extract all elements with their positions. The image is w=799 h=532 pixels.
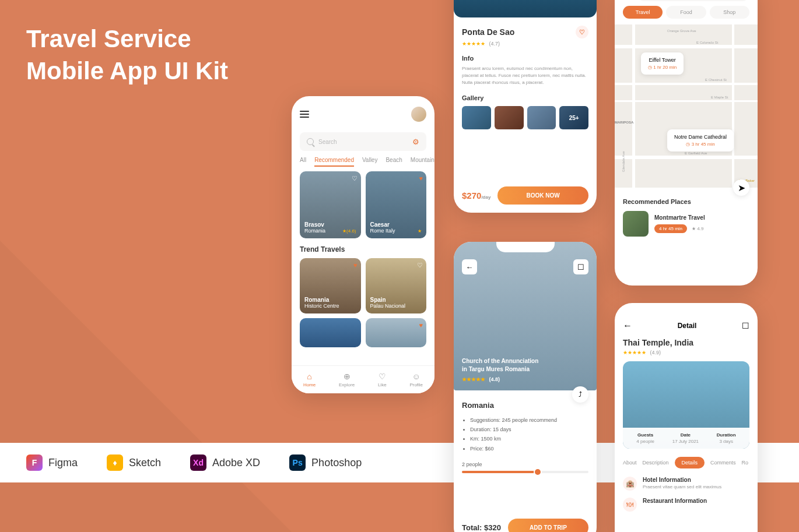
rating-stars: ★★★★★ (4.9): [623, 350, 749, 355]
destination-card[interactable]: ♡ BrasovRomania ★(4.6): [300, 171, 361, 238]
back-icon[interactable]: ←: [623, 320, 632, 331]
place-image: Guests4 people Date17 July 2021 Duration…: [623, 361, 749, 449]
detail-tabs: About Description Details Comments Ro: [623, 457, 749, 468]
total-label: Total: $320: [462, 523, 501, 532]
compass-icon: ⊕: [344, 372, 351, 381]
tab-about[interactable]: About: [623, 460, 637, 466]
recommendation-card[interactable]: Montmartre Travel 4 hr 45 min ★ 4.9: [623, 211, 749, 237]
section-title: Recommended Places: [623, 198, 749, 205]
share-button[interactable]: ⤴: [572, 386, 588, 403]
map-poi[interactable]: Notre Dame Cathedral ◷ 3 hr 45 min: [667, 129, 734, 152]
avatar[interactable]: [411, 107, 426, 122]
figma-icon: F: [26, 455, 43, 471]
menu-icon[interactable]: [300, 111, 309, 118]
hero-image: [454, 0, 597, 17]
place-title: Thai Temple, India: [623, 338, 749, 347]
search-icon: [307, 138, 314, 145]
hero-image: ← ☐ Church of the Annunciation in Targu …: [454, 242, 597, 390]
category-pill-travel[interactable]: Travel: [623, 6, 663, 19]
country-label: Romania: [462, 401, 588, 410]
info-text: Praesent arcu lorem, euismod nec condime…: [462, 65, 588, 86]
clock-icon: ◷ 3 hr 45 min: [674, 142, 727, 147]
rating-badge: ★: [418, 228, 422, 234]
bookmark-icon[interactable]: ☐: [742, 321, 749, 330]
heart-icon[interactable]: ♥: [419, 175, 423, 182]
heart-icon: ♡: [379, 372, 386, 381]
hero-title: Church of the Annunciation in Targu Mure…: [462, 357, 538, 383]
tab-beach[interactable]: Beach: [386, 157, 402, 167]
phone-booking-detail: ← Detail ☐ Thai Temple, India ★★★★★ (4.9…: [615, 303, 758, 532]
tool-ps: PsPhotoshop: [289, 455, 362, 471]
people-slider[interactable]: 2 people: [462, 461, 588, 473]
add-trip-button[interactable]: ADD TO TRIP: [508, 519, 588, 532]
tool-sketch: ♦Sketch: [107, 455, 161, 471]
trend-card[interactable]: ♥: [366, 318, 427, 347]
bookmark-button[interactable]: ☐: [573, 259, 588, 274]
section-title: Trend Travels: [292, 238, 434, 258]
heart-icon[interactable]: ♥: [419, 322, 423, 329]
phone-trip: ← ☐ Church of the Annunciation in Targu …: [454, 242, 597, 532]
tab-more[interactable]: Ro: [742, 460, 749, 466]
restaurant-icon: 🍽: [623, 498, 637, 512]
nav-profile[interactable]: ☺Profile: [409, 372, 423, 387]
page-title: Travel Service Mobile App UI Kit: [26, 23, 228, 87]
tab-recommended[interactable]: Recommended: [314, 157, 354, 167]
rating-stars: ★★★★★ (4.7): [462, 41, 588, 47]
trend-card[interactable]: [300, 318, 361, 347]
rating-badge: ★(4.6): [342, 228, 356, 234]
trend-card[interactable]: ♥ RomaniaHistoric Centre: [300, 258, 361, 313]
tool-figma: FFigma: [26, 455, 78, 471]
gallery-image[interactable]: [527, 106, 556, 129]
category-pill-food[interactable]: Food: [666, 6, 706, 19]
phone-map: ← Paris, France Travel Food Shop Orange …: [615, 0, 758, 286]
trend-card[interactable]: ♡ SpainPalau Nacional: [366, 258, 427, 313]
gallery-image[interactable]: [462, 106, 491, 129]
tab-mountains[interactable]: Mountains: [411, 157, 434, 167]
ps-icon: Ps: [289, 455, 306, 471]
info-item[interactable]: 🍽 Restaurant Information: [623, 498, 749, 512]
book-button[interactable]: BOOK NOW: [497, 186, 588, 205]
bottom-nav: ⌂Home ⊕Explore ♡Like ☺Profile: [292, 365, 434, 393]
map-search-input[interactable]: Paris, France: [637, 0, 749, 1]
search-input[interactable]: Search ⚙: [300, 132, 426, 151]
tab-all[interactable]: All: [300, 157, 306, 167]
phone-home: Search ⚙ All Recommended Valley Beach Mo…: [292, 96, 434, 393]
info-label: Info: [462, 55, 588, 62]
nav-explore[interactable]: ⊕Explore: [339, 372, 355, 387]
info-item[interactable]: 🏨 Hotel InformationPraesent vitae quam s…: [623, 477, 749, 491]
phone-detail: Ponta De Sao ♡ ★★★★★ (4.7) Info Praesent…: [454, 0, 597, 213]
place-title: Ponta De Sao ♡: [462, 26, 588, 38]
favorite-button[interactable]: ♡: [576, 26, 588, 38]
tab-details[interactable]: Details: [675, 457, 705, 468]
star-icon: ★ 4.9: [692, 226, 703, 231]
category-pill-shop[interactable]: Shop: [710, 6, 749, 19]
gallery-label: Gallery: [462, 94, 588, 101]
user-icon: ☺: [412, 372, 420, 381]
back-button[interactable]: ←: [462, 259, 477, 274]
place-thumbnail: [623, 211, 649, 237]
tab-description[interactable]: Description: [643, 460, 669, 466]
heart-icon[interactable]: ♥: [353, 262, 358, 269]
heart-icon[interactable]: ♡: [417, 262, 423, 269]
map-view[interactable]: Orange Grove Ave E Colorado St E Chestnu…: [615, 24, 758, 188]
clock-icon: ◷ 1 hr 20 min: [648, 65, 677, 70]
gallery-more[interactable]: 25+: [559, 106, 588, 129]
xd-icon: Xd: [190, 455, 206, 471]
nav-like[interactable]: ♡Like: [378, 372, 387, 387]
filter-icon[interactable]: ⚙: [412, 138, 419, 146]
category-tabs: All Recommended Valley Beach Mountains: [292, 157, 434, 171]
sketch-icon: ♦: [107, 455, 123, 471]
home-icon: ⌂: [307, 372, 311, 381]
tab-valley[interactable]: Valley: [362, 157, 378, 167]
tab-comments[interactable]: Comments: [710, 460, 736, 466]
booking-info-bar: Guests4 people Date17 July 2021 Duration…: [623, 428, 749, 449]
price-label: $270/day: [462, 191, 490, 200]
gallery-image[interactable]: [495, 106, 524, 129]
map-poi[interactable]: Eiffel Tower ◷ 1 hr 20 min: [641, 52, 684, 75]
page-title: Detail: [678, 322, 697, 330]
nav-home[interactable]: ⌂Home: [303, 372, 316, 387]
tool-xd: XdAdobe XD: [190, 455, 260, 471]
heart-icon[interactable]: ♡: [352, 175, 358, 182]
locate-button[interactable]: ➤: [733, 179, 749, 196]
destination-card[interactable]: ♥ CaesarRome Italy ★: [366, 171, 427, 238]
